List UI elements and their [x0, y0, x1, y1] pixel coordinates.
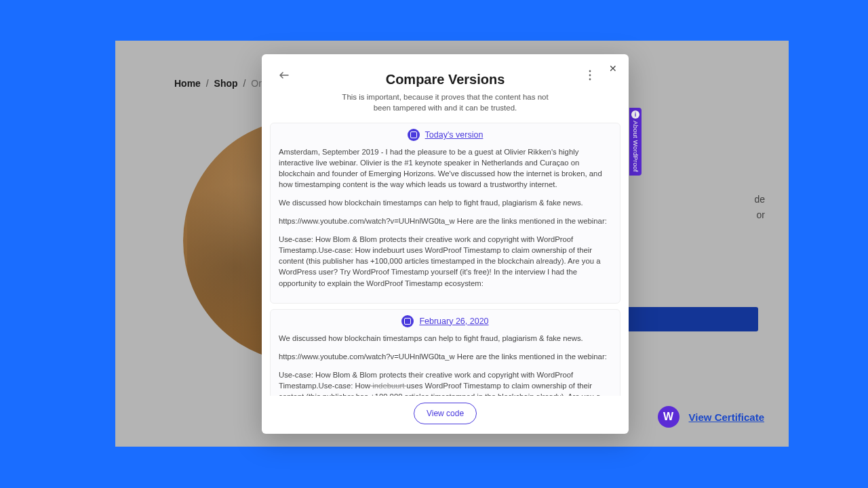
view-certificate-link[interactable]: View Certificate: [689, 411, 764, 423]
content-paragraph: Use-case: How Blom & Blom protects their…: [279, 234, 612, 288]
compare-versions-modal: ✕ Compare Versions This is important, be…: [262, 54, 629, 434]
kebab-icon: [589, 70, 591, 81]
content-paragraph: We discussed how blockchain timestamps c…: [279, 333, 612, 344]
modal-body: Today's version Amsterdam, September 201…: [262, 123, 629, 396]
about-tab-label: About WordProof: [632, 121, 639, 172]
content-paragraph-diff: Use-case: How Blom & Blom protects their…: [279, 369, 612, 396]
content-paragraph: Amsterdam, September 2019 - I had the pl…: [279, 146, 612, 190]
version-today-content: Amsterdam, September 2019 - I had the pl…: [271, 145, 620, 288]
modal-header: ✕ Compare Versions This is important, be…: [262, 54, 629, 123]
close-icon: ✕: [609, 63, 617, 74]
removed-text: indebuurt: [370, 382, 406, 390]
modal-subtitle: This is important, because it proves tha…: [337, 92, 554, 113]
view-code-button[interactable]: View code: [414, 403, 477, 424]
content-paragraph: https://www.youtube.com/watch?v=UUHnlWG0…: [279, 351, 612, 362]
wordproof-badge-icon: W: [658, 406, 679, 428]
svg-point-2: [589, 79, 591, 81]
more-options-button[interactable]: [583, 68, 597, 83]
back-button[interactable]: [277, 68, 292, 83]
version-today: Today's version Amsterdam, September 201…: [270, 123, 620, 303]
content-paragraph: https://www.youtube.com/watch?v=UUHnlWG0…: [279, 216, 612, 226]
version-today-header[interactable]: Today's version: [271, 127, 620, 145]
view-certificate[interactable]: W View Certificate: [658, 406, 764, 428]
arrow-left-icon: [279, 71, 289, 79]
version-past: February 26, 2020 We discussed how block…: [270, 309, 620, 396]
version-past-label[interactable]: February 26, 2020: [419, 317, 488, 326]
content-paragraph: We discussed how blockchain timestamps c…: [279, 197, 612, 208]
svg-point-0: [589, 70, 591, 73]
svg-point-1: [589, 75, 591, 77]
info-icon: i: [631, 110, 639, 119]
timestamp-icon: [408, 129, 420, 141]
modal-footer: View code: [262, 396, 629, 434]
version-today-label[interactable]: Today's version: [425, 130, 484, 140]
close-button[interactable]: ✕: [606, 61, 620, 76]
about-wordproof-tab[interactable]: i About WordProof: [629, 108, 642, 176]
timestamp-icon: [401, 315, 414, 327]
version-past-content: We discussed how blockchain timestamps c…: [271, 331, 620, 396]
modal-title: Compare Versions: [270, 72, 620, 87]
version-past-header[interactable]: February 26, 2020: [271, 314, 620, 331]
